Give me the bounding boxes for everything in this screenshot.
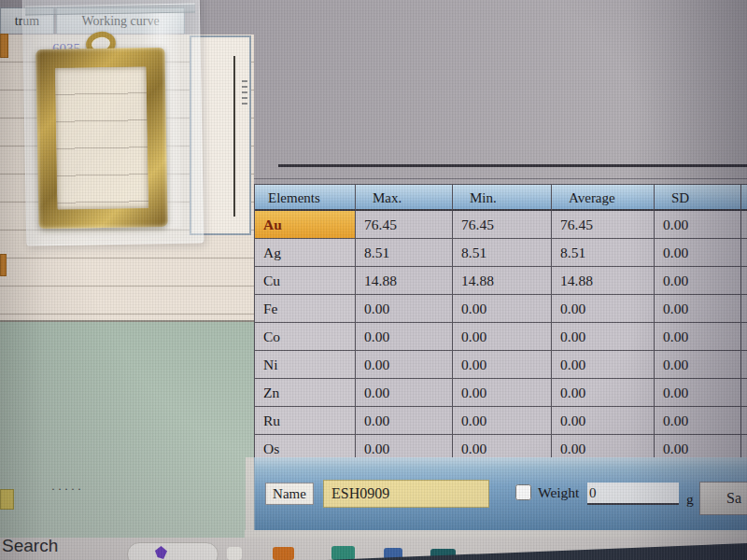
app-icon-teal[interactable]	[331, 546, 355, 560]
col-header-elements: Elements	[255, 185, 356, 211]
yellow-edge-strip	[0, 489, 14, 510]
table-row-ni[interactable]: Ni 0.00 0.00 0.00 0.00	[255, 351, 747, 379]
extra-cell	[741, 267, 747, 295]
sd-cell: 0.00	[655, 211, 741, 239]
average-cell: 0.00	[552, 323, 655, 351]
average-cell: 8.51	[552, 239, 655, 267]
min-cell: 0.00	[453, 351, 552, 379]
sample-form-panel: Name Weight g Sa	[254, 457, 747, 532]
empty-side-panel: ·····	[0, 322, 254, 539]
average-cell: 0.00	[552, 407, 655, 435]
min-cell: 0.00	[453, 323, 552, 351]
col-header-min: Min.	[453, 185, 552, 211]
taskbar-search-label[interactable]: Search	[2, 536, 58, 556]
max-cell: 0.00	[356, 379, 453, 407]
xrf-analyzer-screen: trum Working curve 6035 40 0 u 970 0.0 P…	[0, 0, 747, 560]
spectrum-baseline-thin	[254, 178, 747, 179]
window-frame-edge	[246, 457, 254, 539]
app-icon-orange[interactable]	[273, 547, 294, 560]
curve-vertical-line	[233, 56, 235, 217]
element-cell: Cu	[255, 267, 356, 295]
average-cell: 14.88	[552, 267, 655, 295]
table-row-fe[interactable]: Fe 0.00 0.00 0.00 0.00	[255, 295, 747, 323]
gold-pendant-frame	[35, 48, 167, 229]
max-cell: 0.00	[356, 295, 453, 323]
average-cell: 76.45	[552, 211, 655, 239]
min-cell: 14.88	[453, 267, 552, 295]
dots-marker: ·····	[51, 483, 84, 497]
max-cell: 76.45	[356, 211, 453, 239]
col-header-extra	[741, 185, 747, 211]
table-row-ag[interactable]: Ag 8.51 8.51 8.51 0.00	[255, 239, 747, 267]
sd-cell: 0.00	[655, 379, 741, 407]
element-cell: Fe	[255, 295, 356, 323]
max-cell: 0.00	[356, 323, 453, 351]
sd-cell: 0.00	[655, 295, 741, 323]
table-row-cu[interactable]: Cu 14.88 14.88 14.88 0.00	[255, 267, 747, 295]
col-header-max: Max.	[356, 185, 453, 211]
element-cell: Zn	[255, 379, 356, 407]
sd-cell: 0.00	[655, 323, 741, 351]
min-cell: 0.00	[453, 379, 552, 407]
min-cell: 0.00	[453, 295, 552, 323]
extra-cell	[741, 295, 747, 323]
element-cell: Co	[255, 323, 356, 351]
orange-edge-mark	[0, 254, 7, 276]
extra-cell	[741, 239, 747, 267]
extra-cell	[741, 407, 747, 435]
element-cell: Au	[255, 211, 356, 239]
table-row-co[interactable]: Co 0.00 0.00 0.00 0.00	[255, 323, 747, 351]
spectrum-baseline	[278, 164, 747, 167]
orange-edge-mark	[0, 34, 8, 58]
status-row-empty	[0, 287, 254, 315]
sd-cell: 0.00	[655, 239, 741, 267]
min-cell: 8.51	[453, 239, 552, 267]
element-cell: Ni	[255, 351, 356, 379]
weight-label: Weight	[538, 484, 579, 501]
col-header-sd: SD	[655, 185, 741, 211]
table-row-ru[interactable]: Ru 0.00 0.00 0.00 0.00	[255, 407, 747, 435]
col-header-average: Average	[552, 185, 655, 211]
min-cell: 76.45	[453, 211, 552, 239]
average-cell: 0.00	[552, 351, 655, 379]
pendant-opening	[55, 66, 149, 210]
weight-checkbox[interactable]	[515, 484, 531, 500]
average-cell: 0.00	[552, 379, 655, 407]
scrollbar-ticks	[242, 80, 247, 108]
extra-cell	[741, 323, 747, 351]
table-row-au[interactable]: Au 76.45 76.45 76.45 0.00	[255, 211, 747, 239]
save-button[interactable]: Sa	[699, 482, 747, 515]
min-cell: 0.00	[453, 407, 552, 435]
weight-input[interactable]	[587, 483, 679, 505]
sd-cell: 0.00	[655, 407, 741, 435]
sd-cell: 0.00	[655, 267, 741, 295]
table-header-row: Elements Max. Min. Average SD	[255, 185, 747, 211]
max-cell: 14.88	[356, 267, 453, 295]
element-cell: Ru	[255, 407, 356, 435]
extra-cell	[741, 379, 747, 407]
max-cell: 8.51	[356, 239, 453, 267]
extra-cell	[741, 351, 747, 379]
weight-unit-label: g	[686, 491, 694, 508]
max-cell: 0.00	[356, 351, 453, 379]
results-table: Elements Max. Min. Average SD Au 76.45 7…	[254, 184, 747, 461]
taskbar-search-box[interactable]	[127, 542, 218, 560]
name-input[interactable]	[323, 480, 489, 508]
average-cell: 0.00	[552, 295, 655, 323]
sd-cell: 0.00	[655, 351, 741, 379]
table-row-zn[interactable]: Zn 0.00 0.00 0.00 0.00	[255, 379, 747, 407]
app-icon-white[interactable]	[227, 547, 242, 560]
element-cell: Ag	[255, 239, 356, 267]
extra-cell	[741, 211, 747, 239]
name-label: Name	[265, 483, 314, 505]
max-cell: 0.00	[356, 407, 453, 435]
status-row-empty	[0, 259, 254, 287]
